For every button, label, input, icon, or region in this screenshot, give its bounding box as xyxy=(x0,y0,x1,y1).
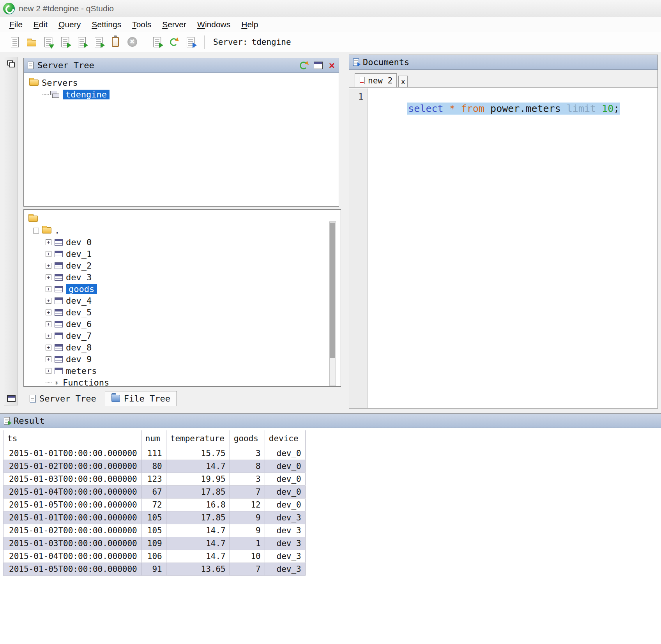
tree-item-dev_9[interactable]: +dev_9 xyxy=(28,353,341,365)
send-query-button[interactable] xyxy=(150,35,164,50)
result-row[interactable]: 2015-01-03T00:00:00.00000012319.953dev_0 xyxy=(4,473,306,486)
expand-icon[interactable]: + xyxy=(46,298,51,304)
column-header-device[interactable]: device xyxy=(265,430,305,447)
server-name-value[interactable]: tdengine xyxy=(252,37,291,47)
run-query-button[interactable] xyxy=(58,35,72,50)
menu-help[interactable]: Help xyxy=(236,18,263,31)
menu-edit[interactable]: Edit xyxy=(28,18,53,31)
open-file-button[interactable] xyxy=(25,35,39,50)
result-row[interactable]: 2015-01-04T00:00:00.00000010614.710dev_3 xyxy=(4,550,306,563)
scrollbar-track[interactable] xyxy=(329,221,336,386)
expand-icon[interactable]: + xyxy=(46,274,51,280)
tree-root-folder[interactable] xyxy=(28,213,341,225)
result-row[interactable]: 2015-01-05T00:00:00.0000007216.812dev_0 xyxy=(4,499,306,511)
expand-icon[interactable]: + xyxy=(46,286,51,292)
expand-icon[interactable]: + xyxy=(46,321,51,327)
tree-item-goods[interactable]: +goods xyxy=(28,283,341,295)
left-panel-tabs: Server Tree File Tree xyxy=(23,390,177,407)
menu-file[interactable]: File xyxy=(4,18,28,31)
result-row[interactable]: 2015-01-05T00:00:00.0000009113.657dev_3 xyxy=(4,563,306,576)
column-header-goods[interactable]: goods xyxy=(230,430,265,447)
cell-num: 109 xyxy=(141,537,166,550)
menu-server[interactable]: Server xyxy=(157,18,192,31)
tree-item-functions[interactable]: ✳ Functions xyxy=(28,377,341,387)
tree-item-dev_8[interactable]: +dev_8 xyxy=(28,341,341,353)
menu-settings[interactable]: Settings xyxy=(86,18,127,31)
tree-item-dev_5[interactable]: +dev_5 xyxy=(28,306,341,318)
layered-windows-icon[interactable] xyxy=(7,60,16,68)
result-row[interactable]: 2015-01-04T00:00:00.0000006717.857dev_0 xyxy=(4,486,306,499)
paste-button[interactable] xyxy=(108,35,122,50)
expand-icon[interactable]: + xyxy=(46,263,51,269)
tree-item-dev_3[interactable]: +dev_3 xyxy=(28,271,341,283)
tree-item-tdengine[interactable]: tdengine xyxy=(29,88,339,100)
cell-temperature: 14.7 xyxy=(166,537,230,550)
new-file-icon xyxy=(11,37,19,47)
expand-icon[interactable]: + xyxy=(46,251,51,257)
result-row[interactable]: 2015-01-01T00:00:00.00000010517.859dev_3 xyxy=(4,511,306,524)
tree-item-dev_7[interactable]: +dev_7 xyxy=(28,330,341,341)
column-header-num[interactable]: num xyxy=(141,430,166,447)
save-button[interactable] xyxy=(41,35,55,50)
tab-server-tree[interactable]: Server Tree xyxy=(23,391,103,406)
tab-label: Server Tree xyxy=(39,394,96,403)
result-row[interactable]: 2015-01-02T00:00:00.00000010514.79dev_3 xyxy=(4,524,306,537)
result-icon xyxy=(4,417,10,425)
result-row[interactable]: 2015-01-02T00:00:00.0000008014.78dev_0 xyxy=(4,460,306,473)
tree-label: dev_3 xyxy=(66,272,92,282)
tree-item-meters[interactable]: +meters xyxy=(28,365,341,377)
stop-button[interactable] xyxy=(125,35,139,50)
refresh-tree-icon[interactable] xyxy=(300,62,308,69)
run-line-button[interactable] xyxy=(75,35,89,50)
collapse-icon[interactable]: - xyxy=(33,228,39,234)
window-icon[interactable] xyxy=(7,395,16,402)
cell-temperature: 17.85 xyxy=(166,511,230,524)
tab-label: File Tree xyxy=(124,394,170,403)
cell-goods: 7 xyxy=(230,563,265,576)
close-icon[interactable]: × xyxy=(329,62,335,69)
sql-editor[interactable]: 1 select * from power.meters limit 10; xyxy=(349,88,657,408)
menu-windows[interactable]: Windows xyxy=(192,18,236,31)
expand-icon[interactable]: + xyxy=(46,368,51,374)
table-icon xyxy=(55,368,63,374)
expand-icon[interactable]: + xyxy=(46,356,51,362)
code-area[interactable]: select * from power.meters limit 10; xyxy=(368,88,657,408)
tab-file-tree[interactable]: File Tree xyxy=(105,391,177,406)
menu-tools[interactable]: Tools xyxy=(127,18,157,31)
tree-item-dev_1[interactable]: +dev_1 xyxy=(28,248,341,260)
tree-item-servers[interactable]: Servers xyxy=(29,77,339,88)
documents-title: Documents xyxy=(363,57,409,67)
export-button[interactable] xyxy=(184,35,198,50)
table-icon xyxy=(55,239,63,246)
column-header-ts[interactable]: ts xyxy=(4,430,141,447)
table-tree-panel: - . +dev_0+dev_1+dev_2+dev_3+goods+dev_4… xyxy=(23,209,341,387)
tree-item-dev_2[interactable]: +dev_2 xyxy=(28,260,341,271)
column-header-temperature[interactable]: temperature xyxy=(166,430,230,447)
stop-icon xyxy=(127,37,137,47)
cell-temperature: 15.75 xyxy=(166,447,230,460)
expand-icon[interactable]: + xyxy=(46,310,51,315)
maximize-icon[interactable] xyxy=(314,62,323,69)
cell-goods: 8 xyxy=(230,460,265,473)
refresh-button[interactable] xyxy=(167,35,181,50)
scrollbar-thumb[interactable] xyxy=(330,223,335,358)
tree-item-dev_6[interactable]: +dev_6 xyxy=(28,318,341,330)
expand-icon[interactable]: + xyxy=(46,239,51,245)
result-row[interactable]: 2015-01-03T00:00:00.00000010914.71dev_3 xyxy=(4,537,306,550)
tree-connector xyxy=(42,94,49,95)
tab-close-button[interactable]: x xyxy=(398,76,408,87)
tab-new-2[interactable]: new 2 xyxy=(355,73,397,87)
menu-query[interactable]: Query xyxy=(53,18,86,31)
expand-icon[interactable]: + xyxy=(46,333,51,339)
sql-statement[interactable]: select * from power.meters limit 10; xyxy=(407,103,620,115)
expand-icon[interactable]: + xyxy=(46,345,51,350)
folder-icon xyxy=(29,80,39,86)
tree-item-dev_4[interactable]: +dev_4 xyxy=(28,295,341,306)
tree-item-dev_0[interactable]: +dev_0 xyxy=(28,236,341,248)
run-selection-button[interactable] xyxy=(92,35,106,50)
document-tabbar: new 2 x xyxy=(349,70,657,88)
result-row[interactable]: 2015-01-01T00:00:00.00000011115.753dev_0 xyxy=(4,447,306,460)
cell-temperature: 13.65 xyxy=(166,563,230,576)
tree-item-dot[interactable]: - . xyxy=(28,225,341,236)
new-file-button[interactable] xyxy=(8,35,22,50)
